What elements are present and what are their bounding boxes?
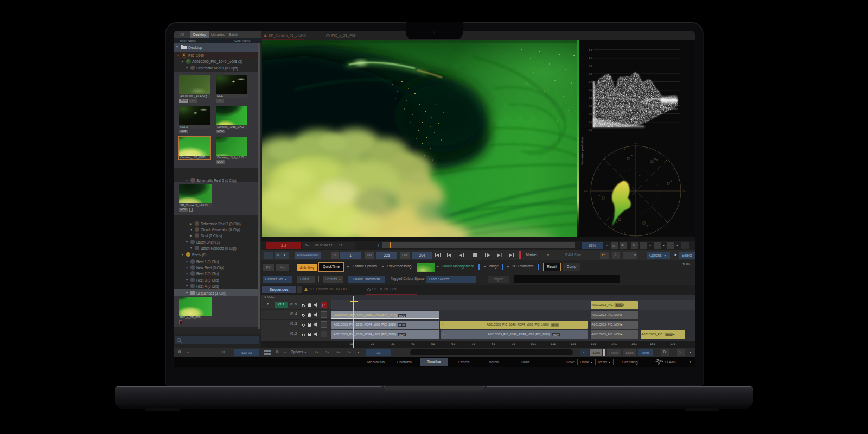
svg-text:0.8: 0.8: [589, 73, 592, 75]
svg-text:Normalized pixel values: Normalized pixel values: [580, 137, 584, 165]
svg-text:0.2: 0.2: [589, 113, 592, 116]
svg-text:0.1: 0.1: [589, 120, 592, 123]
svg-text:0.3: 0.3: [589, 105, 592, 107]
svg-text:+Cr: +Cr: [634, 142, 637, 145]
svg-text:G: G: [615, 221, 617, 224]
svg-text:0.5: 0.5: [589, 88, 592, 91]
svg-text:1.3: 1.3: [589, 49, 592, 52]
svg-text:Mg: Mg: [654, 158, 658, 161]
svg-text:Cy: Cy: [646, 224, 649, 227]
svg-text:R: R: [631, 154, 633, 157]
svg-text:0.9: 0.9: [589, 65, 592, 67]
svg-text:1.1: 1.1: [589, 56, 592, 59]
svg-text:0.7: 0.7: [589, 81, 592, 84]
svg-text:Yl: Yl: [599, 194, 601, 197]
svg-text:0.4: 0.4: [589, 97, 592, 99]
svg-text:II: II: [639, 174, 640, 177]
svg-text:B: B: [671, 180, 672, 182]
svg-text:0.0: 0.0: [589, 129, 592, 131]
svg-text:Cb: Cb: [584, 190, 588, 193]
svg-text:Cb: Cb: [682, 190, 685, 193]
